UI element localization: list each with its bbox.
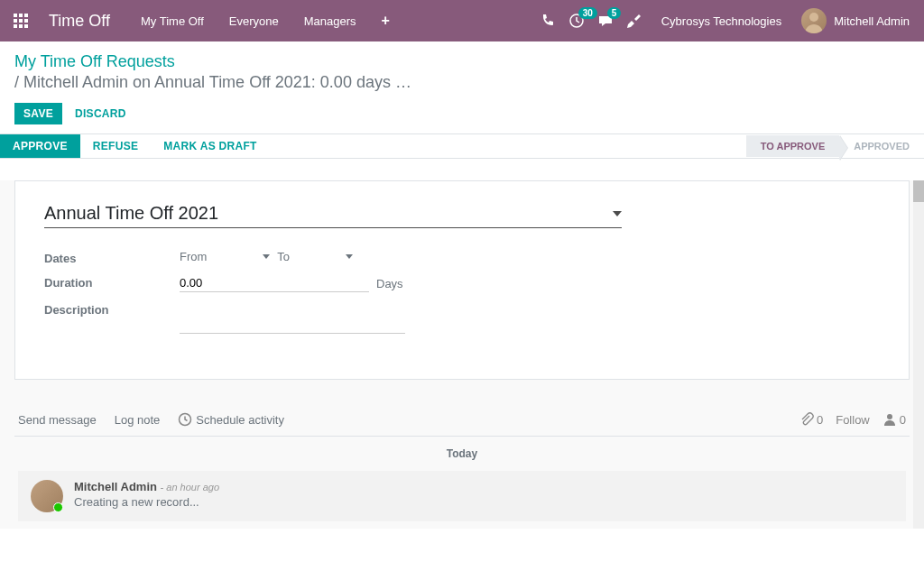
description-label: Description: [44, 301, 180, 317]
activity-icon[interactable]: 30: [562, 0, 591, 41]
schedule-activity-label: Schedule activity: [196, 413, 284, 427]
user-menu[interactable]: Mitchell Admin: [794, 8, 917, 33]
user-name-label: Mitchell Admin: [834, 14, 910, 28]
svg-rect-6: [14, 24, 17, 28]
message-time: - an hour ago: [161, 482, 219, 493]
menu-add-icon[interactable]: +: [369, 0, 402, 41]
phone-icon[interactable]: [533, 0, 562, 41]
scrollbar[interactable]: [913, 180, 924, 529]
svg-rect-5: [24, 19, 28, 23]
timeoff-type-input[interactable]: [44, 203, 613, 224]
svg-rect-4: [19, 19, 23, 23]
svg-rect-8: [24, 24, 28, 28]
message-body: Creating a new record...: [74, 495, 219, 509]
chevron-down-icon: [263, 254, 270, 259]
avatar: [801, 8, 827, 33]
date-from-input[interactable]: [214, 254, 270, 260]
avatar: [31, 480, 63, 512]
menu-everyone[interactable]: Everyone: [217, 0, 291, 41]
systray: 30 5 Cybrosys Technologies Mitchell Admi…: [533, 0, 917, 41]
refuse-button[interactable]: Refuse: [80, 134, 151, 158]
svg-rect-7: [19, 24, 23, 28]
menu-my-time-off[interactable]: My Time Off: [128, 0, 217, 41]
company-switcher[interactable]: Cybrosys Technologies: [649, 14, 794, 28]
svg-point-10: [809, 13, 818, 22]
date-to-input[interactable]: [297, 254, 353, 260]
breadcrumb-level2: / Mitchell Admin on Annual Time Off 2021…: [14, 73, 910, 92]
send-message-button[interactable]: Send message: [18, 413, 107, 427]
description-input[interactable]: [180, 305, 405, 334]
svg-rect-3: [14, 19, 17, 23]
main-menu: My Time Off Everyone Managers +: [128, 0, 402, 41]
chevron-down-icon[interactable]: [613, 211, 622, 216]
mark-draft-button[interactable]: Mark as Draft: [151, 134, 269, 158]
status-bar: Approve Refuse Mark as Draft To Approve …: [0, 133, 924, 159]
apps-icon[interactable]: [0, 0, 42, 41]
svg-rect-2: [24, 14, 28, 17]
follower-count[interactable]: 0: [882, 412, 906, 427]
top-navbar: Time Off My Time Off Everyone Managers +…: [0, 0, 924, 41]
tools-icon[interactable]: [620, 0, 649, 41]
chevron-down-icon: [346, 254, 353, 259]
approve-button[interactable]: Approve: [0, 134, 80, 158]
svg-rect-1: [19, 14, 23, 17]
svg-point-12: [887, 414, 892, 419]
to-label: To: [277, 250, 290, 263]
status-to-approve[interactable]: To Approve: [746, 135, 840, 157]
follow-button[interactable]: Follow: [836, 413, 870, 427]
duration-label: Duration: [44, 274, 180, 290]
app-brand[interactable]: Time Off: [42, 12, 128, 31]
person-icon: [882, 412, 897, 427]
form-sheet: Dates From To Duration Days Description: [14, 180, 910, 380]
menu-managers[interactable]: Managers: [291, 0, 369, 41]
svg-rect-0: [14, 14, 17, 17]
breadcrumb-level1[interactable]: My Time Off Requests: [14, 52, 910, 71]
message-item: Mitchell Admin - an hour ago Creating a …: [18, 471, 906, 521]
date-separator: Today: [14, 437, 910, 471]
log-note-button[interactable]: Log note: [115, 413, 171, 427]
control-panel: My Time Off Requests / Mitchell Admin on…: [0, 41, 924, 124]
save-button[interactable]: Save: [14, 103, 62, 124]
form-area: Dates From To Duration Days Description: [0, 180, 924, 529]
dates-label: Dates: [44, 250, 180, 265]
chatter: Send message Log note Schedule activity …: [7, 401, 917, 529]
messaging-icon[interactable]: 5: [591, 0, 620, 41]
schedule-activity-button[interactable]: Schedule activity: [178, 412, 295, 427]
message-author[interactable]: Mitchell Admin: [74, 480, 157, 493]
days-label: Days: [376, 277, 403, 290]
clock-icon: [178, 412, 192, 427]
discard-button[interactable]: Discard: [66, 103, 135, 124]
status-approved[interactable]: Approved: [839, 135, 924, 157]
attachment-count[interactable]: 0: [799, 412, 823, 427]
duration-input[interactable]: [180, 274, 369, 292]
paperclip-icon: [799, 412, 814, 427]
from-label: From: [180, 250, 207, 263]
